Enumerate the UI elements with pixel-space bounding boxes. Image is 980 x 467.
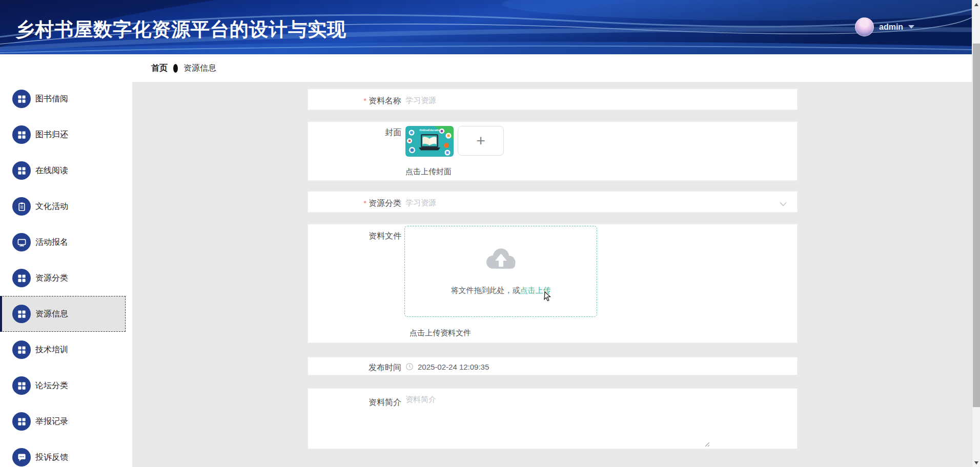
grid-icon [12,305,31,323]
clock-icon [405,363,414,371]
textarea-resize-handle[interactable] [704,441,710,447]
dropzone-text: 将文件拖到此处，或点击上传 [405,286,597,295]
plus-icon: + [476,133,485,148]
file-upload-hint: 点击上传资料文件 [410,328,471,338]
grid-icon [12,341,31,359]
sidebar-item-label: 技术培训 [35,345,68,355]
form-row-file: 资料文件 将文件拖到此处，或点击上传 [308,224,798,343]
mouse-cursor-icon [542,291,553,302]
breadcrumb: 首页 资源信息 [132,54,972,82]
clipboard-icon [12,197,31,216]
app-header: 乡村书屋数字化资源平台的设计与实现 admin [0,0,972,54]
triangle-up-icon [974,3,978,6]
breadcrumb-home[interactable]: 首页 [151,63,168,74]
cloud-upload-icon [484,246,518,272]
breadcrumb-separator [173,64,178,73]
name-input[interactable] [405,93,780,107]
category-select[interactable] [405,196,780,209]
scroll-down-button[interactable] [972,458,980,467]
sidebar-item-label: 活动报名 [35,237,68,248]
intro-label: 资料简介 [308,397,401,408]
grid-icon [12,90,31,108]
grid-icon [12,125,31,144]
sidebar-item-forum-category[interactable]: 论坛分类 [0,368,132,404]
avatar [855,17,874,36]
required-asterisk: * [363,96,366,105]
sidebar-item-label: 图书借阅 [35,94,68,104]
scrollbar[interactable] [972,0,980,467]
sidebar-item-complaint-feedback[interactable]: 投诉反馈 [0,439,132,467]
form-row-name: *资料名称 [308,89,798,110]
sidebar-item-label: 文化活动 [35,201,68,212]
user-menu[interactable]: admin [855,17,914,36]
file-dropzone[interactable]: 将文件拖到此处，或点击上传 [404,226,597,317]
sidebar-item-tech-training[interactable]: 技术培训 [0,332,132,368]
sidebar-item-resource-category[interactable]: 资源分类 [0,260,132,296]
sidebar: 图书借阅 图书归还 在线阅读 文化活动 活动报名 [0,54,132,467]
sidebar-item-resource-info[interactable]: 资源信息 [0,296,126,332]
scrollbar-thumb[interactable] [973,44,980,407]
cover-label: 封面 [308,128,401,138]
sidebar-item-label: 资源信息 [35,309,68,320]
sidebar-item-label: 资源分类 [35,273,68,284]
sidebar-item-activity-signup[interactable]: 活动报名 [0,224,132,260]
sidebar-item-report-records[interactable]: 举报记录 [0,404,132,439]
sidebar-item-culture-activity[interactable]: 文化活动 [0,188,132,224]
sidebar-item-book-borrow[interactable]: 图书借阅 [0,81,132,117]
grid-icon [12,161,31,180]
sidebar-item-label: 投诉反馈 [35,452,68,463]
sidebar-item-label: 论坛分类 [35,380,68,391]
cover-thumbnail[interactable]: OnlineEducation [405,126,454,157]
monitor-icon [12,233,31,251]
publish-time-label: 发布时间 [308,363,401,373]
sidebar-item-label: 举报记录 [35,416,68,427]
sidebar-item-book-return[interactable]: 图书归还 [0,117,132,153]
form-row-cover: 封面 OnlineEducation [308,121,798,181]
grid-icon [12,269,31,287]
file-label: 资料文件 [308,231,401,242]
breadcrumb-current: 资源信息 [183,63,216,74]
category-label: *资源分类 [308,198,401,209]
sidebar-item-label: 在线阅读 [35,165,68,176]
main-content: *资料名称 封面 OnlineEducation [132,82,972,467]
required-asterisk: * [363,199,366,207]
grid-icon [12,412,31,431]
triangle-down-icon [974,461,978,464]
form-row-category: *资源分类 [308,191,798,213]
svg-text:OnlineEducation: OnlineEducation [419,129,442,132]
chevron-down-icon[interactable] [780,199,787,208]
form-row-publish-time: 发布时间 2025-02-24 12:09:35 [308,357,798,375]
publish-time-value[interactable]: 2025-02-24 12:09:35 [418,363,489,371]
scroll-up-button[interactable] [972,0,980,9]
sidebar-item-online-reading[interactable]: 在线阅读 [0,153,132,188]
sidebar-item-label: 图书归还 [35,130,68,140]
form-row-intro: 资料简介 [308,388,798,449]
page-title: 乡村书屋数字化资源平台的设计与实现 [15,17,346,43]
add-cover-button[interactable]: + [458,126,504,156]
grid-icon [12,376,31,395]
cover-illustration: OnlineEducation [405,126,454,157]
name-label: *资料名称 [308,96,401,107]
intro-textarea[interactable] [405,395,713,444]
chevron-down-icon [908,25,914,29]
cover-upload-hint: 点击上传封面 [405,167,452,177]
username: admin [879,23,903,32]
chat-icon [12,448,31,466]
page: 乡村书屋数字化资源平台的设计与实现 admin 首页 资源信息 图书借阅 图书归… [0,0,980,467]
